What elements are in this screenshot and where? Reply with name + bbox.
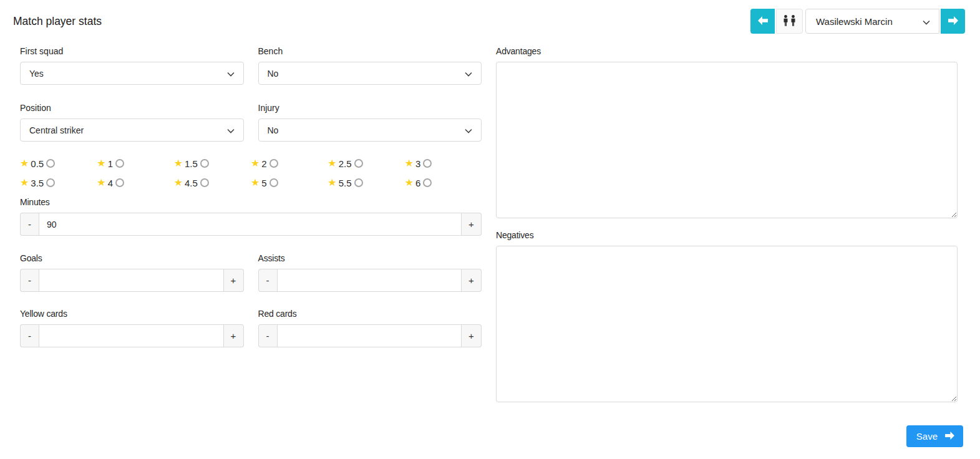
assists-input[interactable]: [277, 269, 462, 292]
goals-input[interactable]: [39, 269, 224, 292]
assists-increment-button[interactable]: +: [462, 269, 482, 292]
player-select[interactable]: Wasilewski Marcin: [805, 9, 939, 34]
minutes-label: Minutes: [20, 197, 482, 207]
injury-label: Injury: [258, 103, 482, 113]
star-icon: ★: [405, 158, 414, 168]
assists-field: Assists - +: [258, 253, 482, 292]
save-button[interactable]: Save: [906, 425, 963, 447]
star-icon: ★: [20, 158, 29, 168]
bench-select[interactable]: No: [258, 62, 482, 85]
first-squad-field: First squad Yes: [20, 46, 244, 85]
minutes-decrement-button[interactable]: -: [20, 213, 39, 236]
players-list-button[interactable]: [776, 9, 803, 34]
first-squad-select[interactable]: Yes: [20, 62, 244, 85]
rating-option-label: 3: [415, 158, 420, 169]
rating-option[interactable]: ★ 3.5: [20, 177, 97, 188]
rating-option[interactable]: ★ 5.5: [327, 177, 404, 188]
rating-option[interactable]: ★ 1: [97, 158, 173, 169]
rating-option[interactable]: ★ 5: [251, 177, 327, 188]
rating-option-label: 2.5: [339, 158, 352, 169]
position-field: Position Central striker: [20, 103, 244, 142]
chevron-down-icon: [465, 125, 472, 135]
rating-option-label: 1.5: [185, 158, 198, 169]
advantages-label: Advantages: [496, 46, 958, 56]
minutes-increment-button[interactable]: +: [462, 213, 482, 236]
rating-radio[interactable]: [46, 178, 55, 187]
red-cards-increment-button[interactable]: +: [462, 324, 482, 347]
rating-option[interactable]: ★ 0.5: [20, 158, 97, 169]
arrow-left-icon: [758, 16, 768, 27]
yellow-cards-stepper: - +: [20, 324, 244, 347]
rating-radio[interactable]: [200, 178, 209, 187]
rating-radio[interactable]: [423, 178, 432, 187]
assists-stepper: - +: [258, 269, 482, 292]
bench-value: No: [268, 69, 279, 79]
position-select[interactable]: Central striker: [20, 118, 244, 142]
yellow-cards-label: Yellow cards: [20, 309, 244, 319]
yellow-cards-decrement-button[interactable]: -: [20, 324, 39, 347]
injury-select[interactable]: No: [258, 118, 482, 142]
rating-option[interactable]: ★ 2.5: [327, 158, 404, 169]
rating-option-label: 1: [108, 158, 113, 169]
advantages-field: Advantages: [496, 46, 958, 218]
negatives-field: Negatives: [496, 230, 958, 402]
next-player-button[interactable]: [941, 9, 965, 34]
red-cards-input[interactable]: [277, 324, 462, 347]
rating-option[interactable]: ★ 6: [405, 177, 482, 188]
rating-option-label: 6: [415, 178, 420, 188]
position-label: Position: [20, 103, 244, 113]
goals-stepper: - +: [20, 269, 244, 292]
rating-option[interactable]: ★ 4.5: [174, 177, 251, 188]
save-button-label: Save: [916, 431, 938, 442]
advantages-textarea[interactable]: [496, 62, 958, 218]
first-squad-value: Yes: [29, 69, 44, 79]
red-cards-field: Red cards - +: [258, 309, 482, 347]
position-value: Central striker: [29, 125, 84, 135]
negatives-textarea[interactable]: [496, 246, 958, 402]
goals-label: Goals: [20, 253, 244, 263]
yellow-cards-increment-button[interactable]: +: [224, 324, 244, 347]
star-icon: ★: [97, 158, 105, 168]
page-title: Match player stats: [13, 15, 102, 28]
assists-label: Assists: [258, 253, 482, 263]
negatives-label: Negatives: [496, 230, 958, 240]
rating-option-label: 5.5: [339, 178, 352, 188]
star-icon: ★: [174, 178, 183, 188]
rating-radio[interactable]: [200, 159, 209, 168]
goals-increment-button[interactable]: +: [224, 269, 244, 292]
red-cards-decrement-button[interactable]: -: [258, 324, 277, 347]
chevron-down-icon: [227, 125, 235, 135]
people-icon: [782, 15, 797, 28]
rating-radio[interactable]: [423, 159, 432, 168]
rating-option[interactable]: ★ 3: [405, 158, 482, 169]
arrow-right-icon: [948, 16, 958, 27]
star-icon: ★: [97, 178, 105, 188]
goals-decrement-button[interactable]: -: [20, 269, 39, 292]
minutes-input[interactable]: [39, 213, 462, 236]
star-icon: ★: [20, 178, 29, 188]
rating-radio[interactable]: [269, 178, 278, 187]
rating-option-label: 4.5: [185, 178, 198, 188]
rating-option-label: 4: [108, 178, 113, 188]
rating-option[interactable]: ★ 4: [97, 177, 173, 188]
rating-option[interactable]: ★ 2: [251, 158, 327, 169]
rating-radio[interactable]: [115, 159, 124, 168]
rating-option-label: 3.5: [31, 178, 44, 188]
injury-field: Injury No: [258, 103, 482, 142]
red-cards-stepper: - +: [258, 324, 482, 347]
rating-option[interactable]: ★ 1.5: [174, 158, 251, 169]
yellow-cards-field: Yellow cards - +: [20, 309, 244, 347]
rating-radio[interactable]: [354, 178, 363, 187]
rating-radio[interactable]: [354, 159, 363, 168]
minutes-stepper: - +: [20, 213, 482, 236]
previous-player-button[interactable]: [750, 9, 775, 34]
player-navigation-toolbar: Wasilewski Marcin: [750, 9, 965, 34]
yellow-cards-input[interactable]: [39, 324, 224, 347]
star-icon: ★: [251, 158, 260, 168]
rating-radio[interactable]: [269, 159, 278, 168]
star-icon: ★: [174, 158, 183, 168]
rating-radio[interactable]: [46, 159, 55, 168]
rating-radio[interactable]: [115, 178, 124, 187]
goals-field: Goals - +: [20, 253, 244, 292]
assists-decrement-button[interactable]: -: [258, 269, 277, 292]
